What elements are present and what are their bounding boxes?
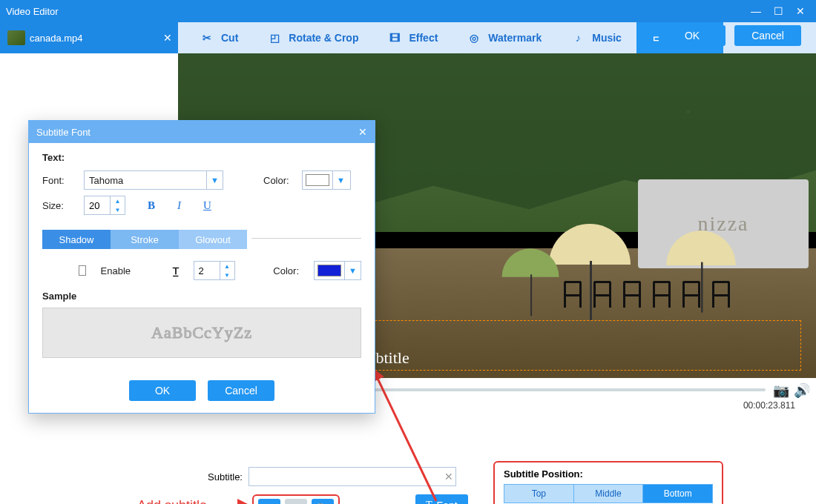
sample-text: AaBbCcYyZz (151, 323, 252, 342)
tab-watermark[interactable]: ◎ Watermark (453, 22, 555, 53)
time-end: 00:00:23.811 (743, 400, 795, 411)
main-actions: OK Cancel (659, 25, 801, 46)
annotation-add-subtitle: Add subtitle (137, 498, 207, 504)
font-button[interactable]: T Font (415, 494, 468, 504)
effect-color-label: Color: (273, 265, 299, 276)
text-offset-icon: T̲ (173, 265, 179, 276)
text-color-combobox[interactable]: ▼ (302, 170, 351, 190)
font-value: Tahoma (85, 175, 206, 186)
text-color-label: Color: (263, 175, 295, 186)
add-subtitle-button[interactable]: ＋ (258, 499, 280, 504)
film-icon: 🎞 (386, 30, 403, 46)
dialog-titlebar[interactable]: Subtitle Font ✕ (29, 121, 375, 143)
dialog-actions: OK Cancel (29, 370, 375, 413)
dialog-cancel-button[interactable]: Cancel (208, 380, 274, 401)
effect-tabs: Shadow Stroke Glowout (42, 230, 247, 249)
subtitle-input-row: Subtitle: ✕ (208, 467, 453, 486)
file-name: canada.mp4 (30, 33, 83, 44)
chevron-down-icon: ▼ (206, 171, 223, 189)
sample-label: Sample (42, 291, 361, 302)
subtitle-action-buttons: ＋ ✎ 🔍 (252, 494, 340, 504)
chevron-down-icon: ▼ (344, 262, 361, 279)
font-button-label: Font (437, 500, 458, 504)
file-tab[interactable]: canada.mp4 ✕ (0, 22, 178, 53)
main-cancel-button[interactable]: Cancel (734, 25, 801, 46)
tab-shadow[interactable]: Shadow (42, 230, 111, 249)
dialog-title: Subtitle Font (36, 127, 91, 138)
spinner-up-icon[interactable]: ▲ (220, 262, 234, 271)
window-titlebar: Video Editor — ☐ ✕ (0, 0, 816, 22)
volume-icon[interactable]: 🔊 (794, 382, 809, 397)
music-note-icon: ♪ (570, 30, 586, 46)
file-tab-close-icon[interactable]: ✕ (163, 32, 172, 44)
offset-spinner[interactable]: ▲▼ (194, 261, 235, 280)
size-label: Size: (42, 200, 76, 211)
dialog-close-icon[interactable]: ✕ (358, 126, 367, 138)
tab-cut[interactable]: ✂ Cut (185, 22, 251, 53)
dialog-text-section-label: Text: (42, 152, 361, 163)
close-button[interactable]: ✕ (791, 3, 810, 19)
chevron-down-icon: ▼ (332, 171, 349, 189)
tab-glowout[interactable]: Glowout (179, 230, 247, 249)
tab-rotate-label: Rotate & Crop (289, 32, 358, 44)
spinner-down-icon[interactable]: ▼ (220, 271, 234, 279)
font-combobox[interactable]: Tahoma ▼ (84, 170, 223, 190)
size-spinner[interactable]: ▲▼ (84, 196, 125, 215)
italic-toggle[interactable]: I (177, 199, 181, 212)
size-input[interactable] (85, 196, 110, 214)
tab-stroke[interactable]: Stroke (111, 230, 179, 249)
position-top-button[interactable]: Top (504, 484, 574, 503)
window-title: Video Editor (6, 6, 743, 17)
main-ok-button[interactable]: OK (659, 25, 725, 46)
tab-effect-label: Effect (409, 32, 438, 44)
sample-preview: AaBbCcYyZz (42, 308, 361, 358)
minimize-button[interactable]: — (746, 3, 766, 19)
effect-color-swatch (317, 265, 341, 276)
edit-subtitle-button: ✎ (285, 499, 307, 504)
dialog-ok-button[interactable]: OK (129, 380, 196, 401)
plus-icon: ＋ (263, 502, 275, 505)
maximize-button[interactable]: ☐ (769, 3, 788, 19)
font-label: Font: (42, 175, 76, 186)
divider (251, 238, 361, 239)
subtitle-position-title: Subtitle Position: (504, 468, 713, 480)
subtitle-input[interactable] (249, 467, 456, 486)
subtitle-input-label: Subtitle: (208, 471, 243, 483)
text-icon: T (426, 500, 432, 504)
tab-music[interactable]: ♪ Music (556, 22, 635, 53)
enable-checkbox[interactable] (79, 265, 85, 276)
snapshot-icon[interactable]: 📷 (773, 382, 791, 397)
spinner-down-icon[interactable]: ▼ (111, 205, 125, 214)
tab-effect[interactable]: 🎞 Effect (373, 22, 451, 53)
bold-toggle[interactable]: B (148, 199, 155, 212)
position-segmented: Top Middle Bottom (504, 484, 713, 503)
enable-label: Enable (101, 265, 131, 276)
tab-cut-label: Cut (221, 32, 238, 44)
subtitle-clear-icon[interactable]: ✕ (444, 471, 453, 483)
offset-input[interactable] (194, 262, 220, 279)
position-middle-button[interactable]: Middle (574, 484, 644, 503)
text-color-swatch (306, 174, 329, 186)
tab-rotate-crop[interactable]: ◰ Rotate & Crop (253, 22, 372, 53)
tab-watermark-label: Watermark (488, 32, 542, 44)
underline-toggle[interactable]: U (203, 199, 211, 212)
effect-color-combobox[interactable]: ▼ (314, 261, 361, 280)
spinner-up-icon[interactable]: ▲ (111, 196, 125, 205)
crop-icon: ◰ (266, 30, 283, 46)
watermark-icon: ◎ (466, 30, 482, 46)
subtitle-position-panel: Subtitle Position: Top Middle Bottom 0 3… (493, 461, 723, 504)
search-subtitle-button[interactable]: 🔍 (312, 499, 334, 504)
subtitle-font-dialog: Subtitle Font ✕ Text: Font: Tahoma ▼ Col… (28, 120, 375, 414)
position-bottom-button[interactable]: Bottom (643, 484, 713, 503)
scissors-icon: ✂ (199, 30, 215, 46)
tab-music-label: Music (592, 32, 622, 44)
file-thumbnail-icon (7, 30, 25, 45)
